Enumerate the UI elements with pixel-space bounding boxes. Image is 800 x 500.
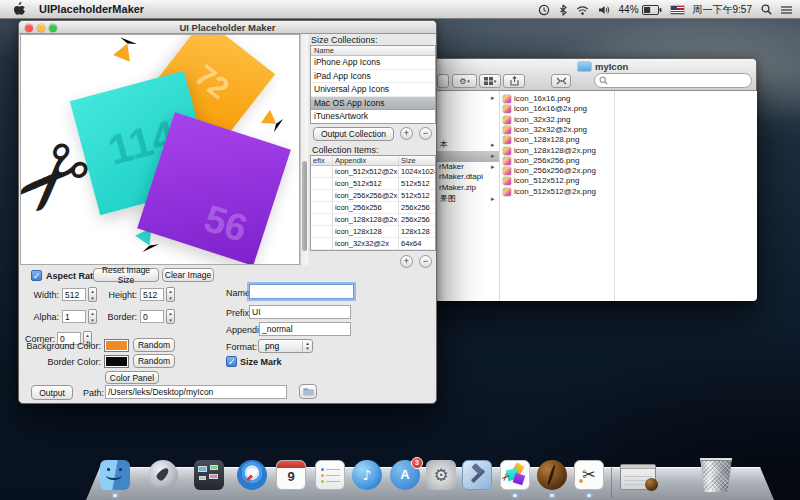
preview-scrollbar[interactable] xyxy=(300,34,308,265)
scrollbar-thumb[interactable] xyxy=(302,161,307,251)
folder-icon xyxy=(303,387,314,396)
remove-collection-button[interactable]: − xyxy=(419,127,432,140)
dock-ui-placeholder-maker-icon[interactable]: ✂ xyxy=(500,460,530,490)
png-file-icon xyxy=(503,136,511,144)
file-row[interactable]: icon_16x16@2x.png xyxy=(502,104,614,114)
close-button[interactable] xyxy=(25,24,33,32)
prefix-field[interactable] xyxy=(249,305,351,319)
width-field[interactable] xyxy=(62,288,86,301)
height-label: Height: xyxy=(105,290,137,300)
size-collection-item[interactable]: Universal App Icons xyxy=(311,83,435,97)
reset-image-size-button[interactable]: Reset Image Size xyxy=(93,268,159,282)
apple-menu-icon[interactable] xyxy=(13,2,25,16)
file-row[interactable]: icon_128x128@2x.png xyxy=(502,146,614,156)
height-field[interactable] xyxy=(140,288,164,301)
dock-bean-icon[interactable] xyxy=(537,460,567,490)
battery-indicator[interactable]: 44% xyxy=(619,4,662,15)
collection-item-row[interactable]: icon_512x512@2x1024x1024 xyxy=(311,166,435,178)
add-collection-button[interactable]: + xyxy=(400,127,413,140)
collection-item-row[interactable]: icon_128x128128x128 xyxy=(311,226,435,238)
menu-app-name[interactable]: UIPlaceholderMaker xyxy=(39,3,144,15)
alpha-field[interactable] xyxy=(62,310,86,323)
dock-finder-icon[interactable] xyxy=(100,460,130,490)
add-item-button[interactable]: + xyxy=(400,255,413,268)
main-titlebar[interactable]: UI Placeholder Maker xyxy=(19,21,436,34)
size-collection-item-selected[interactable]: Mac OS App Icons xyxy=(311,97,435,111)
size-collection-item[interactable]: iTunesArtwork xyxy=(311,110,435,124)
dock-reminders-icon[interactable] xyxy=(315,460,345,490)
height-stepper[interactable]: ▴▾ xyxy=(166,287,175,302)
background-random-button[interactable]: Random xyxy=(133,338,175,352)
border-stepper[interactable]: ▴▾ xyxy=(166,309,175,324)
file-row[interactable]: icon_16x16.png xyxy=(502,94,614,104)
size-column-header[interactable]: Size xyxy=(399,156,435,165)
dock-scissors-app-icon[interactable]: ✂ xyxy=(574,460,604,490)
choose-folder-button[interactable] xyxy=(299,384,317,399)
size-collection-item[interactable]: iPad App Icons xyxy=(311,70,435,84)
aspect-ratio-checkbox[interactable]: ✓ xyxy=(31,270,42,281)
dock-calendar-icon[interactable]: 9 xyxy=(276,460,306,490)
clear-image-button[interactable]: Clear Image xyxy=(162,268,214,282)
action-gear-button[interactable]: ⚙▾ xyxy=(452,74,477,88)
appendix-field[interactable] xyxy=(259,322,351,336)
dock-app-store-icon[interactable]: A 3 xyxy=(390,460,420,490)
menu-clock[interactable]: 周一下午9:57 xyxy=(693,3,752,17)
border-color-well[interactable] xyxy=(104,355,129,368)
output-button[interactable]: Output xyxy=(31,385,73,400)
color-panel-button[interactable]: Color Panel xyxy=(105,371,159,384)
view-options-button[interactable]: ▾ xyxy=(479,74,501,88)
toolbar-partial-button[interactable] xyxy=(437,74,449,88)
format-popup[interactable]: png ▴▾ xyxy=(258,339,313,353)
gear-icon: ⚙ xyxy=(459,77,466,86)
minimize-button[interactable] xyxy=(37,24,45,32)
size-collections-column-header[interactable]: Name xyxy=(311,46,435,56)
dock-system-preferences-icon[interactable]: ⚙ xyxy=(426,460,456,490)
dock-minimized-window[interactable] xyxy=(620,464,656,490)
input-language-flag-icon[interactable] xyxy=(671,6,684,14)
collection-item-row[interactable]: icon_256x256256x256 xyxy=(311,202,435,214)
border-field[interactable] xyxy=(140,310,164,323)
tags-button[interactable] xyxy=(551,74,571,88)
dock-xcode-icon[interactable] xyxy=(462,460,492,490)
border-random-button[interactable]: Random xyxy=(133,354,175,368)
file-row[interactable]: icon_32x32@2x.png xyxy=(502,125,614,135)
prefix-column-header[interactable]: efix xyxy=(311,156,333,165)
dock-trash-icon[interactable] xyxy=(700,458,732,492)
dock-launchpad-icon[interactable] xyxy=(148,460,178,490)
collection-item-row[interactable]: icon_128x128@2x256x256 xyxy=(311,214,435,226)
dock-safari-icon[interactable] xyxy=(237,460,267,490)
file-row[interactable]: icon_256x256@2x.png xyxy=(502,166,614,176)
zoom-button[interactable] xyxy=(49,24,57,32)
size-mark-checkbox[interactable]: ✓ xyxy=(226,356,237,367)
remove-item-button[interactable]: − xyxy=(419,255,432,268)
notification-center-icon[interactable] xyxy=(781,5,792,15)
image-preview-area[interactable]: 72 114 56 ✂ xyxy=(20,34,300,265)
share-button[interactable] xyxy=(503,74,525,88)
output-collection-button[interactable]: Output Collection xyxy=(313,127,394,141)
collection-item-row[interactable]: icon_512x512512x512 xyxy=(311,178,435,190)
wifi-icon[interactable] xyxy=(576,5,589,15)
appendix-column-header[interactable]: Appendix xyxy=(333,156,399,165)
volume-icon[interactable] xyxy=(598,5,610,15)
border-label: Border: xyxy=(105,312,137,322)
file-row[interactable]: icon_512x512@2x.png xyxy=(502,187,614,197)
width-stepper[interactable]: ▴▾ xyxy=(88,287,97,302)
size-collection-item[interactable]: iPhone App Icons xyxy=(311,56,435,70)
finder-search-field[interactable] xyxy=(594,73,752,88)
file-row[interactable]: icon_512x512.png xyxy=(502,176,614,186)
name-field[interactable] xyxy=(249,284,354,299)
path-field[interactable] xyxy=(105,385,287,399)
background-color-well[interactable] xyxy=(104,339,129,352)
dock-mission-control-icon[interactable] xyxy=(194,460,224,490)
finder-search-input[interactable] xyxy=(611,76,747,85)
file-row[interactable]: icon_128x128.png xyxy=(502,135,614,145)
collection-item-row[interactable]: icon_256x256@2x512x512 xyxy=(311,190,435,202)
file-row[interactable]: icon_32x32.png xyxy=(502,115,614,125)
collection-item-row[interactable]: icon_32x32@2x64x64 xyxy=(311,238,435,250)
dock-itunes-icon[interactable]: ♪ xyxy=(352,460,382,490)
file-row[interactable]: icon_256x256.png xyxy=(502,156,614,166)
alpha-stepper[interactable]: ▴▾ xyxy=(88,309,97,324)
bluetooth-icon[interactable] xyxy=(559,4,567,16)
time-machine-icon[interactable] xyxy=(538,4,550,16)
spotlight-icon[interactable] xyxy=(761,4,772,15)
